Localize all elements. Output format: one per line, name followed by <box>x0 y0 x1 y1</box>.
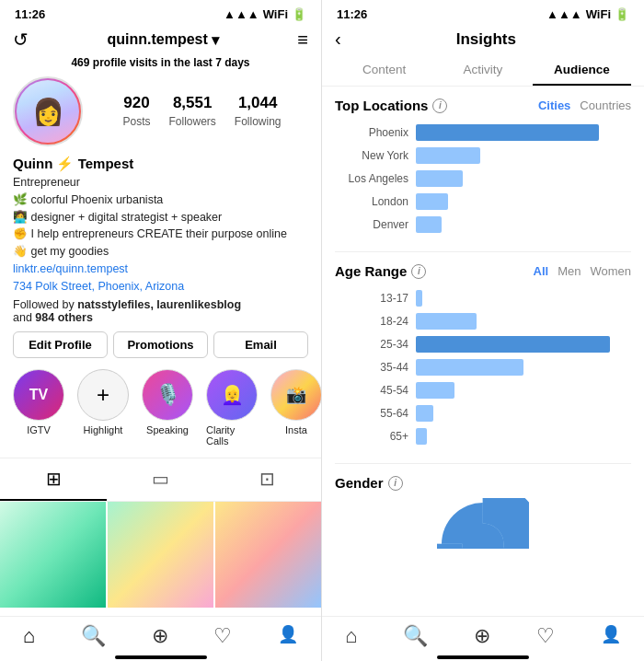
nav-add-icon[interactable]: ⊕ <box>152 624 168 648</box>
time-right: 11:26 <box>337 7 367 21</box>
avatar[interactable]: 👩 <box>13 76 83 146</box>
tab-activity[interactable]: Activity <box>433 55 532 86</box>
nav-search-right-icon[interactable]: 🔍 <box>403 624 428 648</box>
time-left: 11:26 <box>15 7 45 21</box>
highlights-row: TV IGTV + Highlight 🎙️ Speaking 👱‍♀️ Cla… <box>0 369 321 458</box>
nav-heart-right-icon[interactable]: ♡ <box>536 624 555 648</box>
tab-grid[interactable]: ⊞ <box>0 458 107 501</box>
profile-section: 👩 920 Posts 8,551 Followers 1,044 Follow… <box>0 76 321 156</box>
back-button[interactable]: ‹ <box>335 29 341 50</box>
top-locations-title: Top Locations i <box>335 98 447 113</box>
nav-profile-icon[interactable]: 👤 <box>278 624 298 648</box>
bar-london: London <box>335 193 631 210</box>
edit-profile-button[interactable]: Edit Profile <box>13 331 108 358</box>
profile-address[interactable]: 734 Polk Street, Phoenix, Arizona <box>13 280 184 293</box>
highlight-insta[interactable]: 📸 Insta <box>270 369 321 446</box>
divider-1 <box>335 251 631 252</box>
insights-tabs: Content Activity Audience <box>322 55 644 87</box>
tab-audience[interactable]: Audience <box>533 55 631 86</box>
age-range-header: Age Range i All Men Women <box>335 263 631 279</box>
right-panel: 11:26 ▲▲▲ WiFi 🔋 ‹ Insights Content Acti… <box>322 0 644 661</box>
signal-icon: ▲▲▲ <box>224 7 259 21</box>
battery-icon-right: 🔋 <box>615 7 629 21</box>
battery-icon: 🔋 <box>292 7 306 21</box>
stat-followers[interactable]: 8,551 Followers <box>168 94 215 129</box>
history-icon[interactable]: ↺ <box>13 29 29 51</box>
age-filters: All Men Women <box>534 264 631 278</box>
age-bar-chart: 13-17 18-24 25-34 35-44 <box>335 290 631 445</box>
wifi-icon: WiFi <box>263 7 288 21</box>
email-button[interactable]: Email <box>213 331 308 358</box>
gender-chart <box>335 498 631 549</box>
status-icons-left: ▲▲▲ WiFi 🔋 <box>224 7 306 21</box>
highlight-new[interactable]: + Highlight <box>77 369 129 446</box>
dropdown-icon: ▾ <box>212 31 219 49</box>
age-range-title: Age Range i <box>335 263 426 279</box>
status-icons-right: ▲▲▲ WiFi 🔋 <box>546 7 629 21</box>
nav-home-icon[interactable]: ⌂ <box>23 624 35 648</box>
wifi-icon-right: WiFi <box>586 7 611 21</box>
status-bar-left: 11:26 ▲▲▲ WiFi 🔋 <box>0 0 321 25</box>
tab-reels[interactable]: ▭ <box>107 458 213 501</box>
followed-by: Followed by natsstylefiles, laurenlikesb… <box>0 295 321 331</box>
menu-icon[interactable]: ≡ <box>297 29 308 51</box>
locations-filters: Cities Countries <box>538 99 631 112</box>
highlight-speaking[interactable]: 🎙️ Speaking <box>142 369 193 446</box>
action-buttons: Edit Profile Promotions Email <box>0 331 321 369</box>
stat-posts[interactable]: 920 Posts <box>122 94 150 129</box>
top-locations-header: Top Locations i Cities Countries <box>335 98 631 113</box>
filter-women[interactable]: Women <box>590 264 631 278</box>
username-header[interactable]: quinn.tempest ▾ <box>107 31 218 49</box>
nav-add-right-icon[interactable]: ⊕ <box>474 624 490 648</box>
insights-header: ‹ Insights <box>322 25 644 55</box>
home-indicator-right <box>437 655 529 659</box>
bar-25-34: 25-34 <box>335 336 631 353</box>
stats-row: 920 Posts 8,551 Followers 1,044 Followin… <box>96 94 308 129</box>
bar-55-64: 55-64 <box>335 405 631 422</box>
signal-icon-right: ▲▲▲ <box>546 7 582 21</box>
profile-visits: 469 profile visits in the last 7 days <box>0 56 321 76</box>
bar-18-24: 18-24 <box>335 313 631 330</box>
bottom-nav-right: ⌂ 🔍 ⊕ ♡ 👤 <box>322 616 644 652</box>
info-icon-age[interactable]: i <box>411 264 426 279</box>
nav-home-right-icon[interactable]: ⌂ <box>345 624 357 648</box>
gender-title: Gender i <box>335 475 631 491</box>
bar-denver: Denver <box>335 216 631 233</box>
nav-profile-right-icon[interactable]: 👤 <box>601 624 621 648</box>
stat-following[interactable]: 1,044 Following <box>235 94 282 129</box>
ig-header: ↺ quinn.tempest ▾ ≡ <box>0 25 321 56</box>
insights-content: Top Locations i Cities Countries Phoenix… <box>322 87 644 616</box>
gender-pie-svg <box>437 498 529 549</box>
locations-bar-chart: Phoenix New York Los Angeles London <box>335 124 631 233</box>
info-icon-gender[interactable]: i <box>388 476 403 491</box>
bottom-nav-left: ⌂ 🔍 ⊕ ♡ 👤 <box>0 616 321 652</box>
nav-heart-icon[interactable]: ♡ <box>213 624 232 648</box>
profile-bio: Entrepreneur 🌿 colorful Phoenix urbanist… <box>0 174 321 295</box>
bar-phoenix: Phoenix <box>335 124 631 141</box>
profile-name: Quinn ⚡ Tempest <box>0 156 321 174</box>
nav-search-icon[interactable]: 🔍 <box>81 624 106 648</box>
status-bar-right: 11:26 ▲▲▲ WiFi 🔋 <box>322 0 644 25</box>
home-indicator-left <box>115 655 207 659</box>
bar-35-44: 35-44 <box>335 359 631 376</box>
filter-men[interactable]: Men <box>558 264 581 278</box>
bar-13-17: 13-17 <box>335 290 631 307</box>
filter-cities[interactable]: Cities <box>538 99 570 112</box>
filter-countries[interactable]: Countries <box>580 99 631 112</box>
insights-title: Insights <box>341 30 631 49</box>
bar-65plus: 65+ <box>335 428 631 445</box>
bar-losangeles: Los Angeles <box>335 170 631 187</box>
post-thumb-3[interactable] <box>215 502 321 608</box>
left-panel: 11:26 ▲▲▲ WiFi 🔋 ↺ quinn.tempest ▾ ≡ 469… <box>0 0 322 661</box>
highlight-calls[interactable]: 👱‍♀️ Clarity Calls <box>206 369 258 446</box>
tab-content[interactable]: Content <box>335 55 433 86</box>
profile-link[interactable]: linktr.ee/quinn.tempest <box>13 262 128 275</box>
highlight-igtv[interactable]: TV IGTV <box>13 369 64 446</box>
filter-all[interactable]: All <box>534 264 549 278</box>
tab-tagged[interactable]: ⊡ <box>214 458 321 501</box>
promotions-button[interactable]: Promotions <box>113 331 208 358</box>
post-thumb-2[interactable] <box>108 502 213 608</box>
post-thumb-1[interactable] <box>0 502 106 608</box>
bar-newyork: New York <box>335 147 631 164</box>
info-icon-locations[interactable]: i <box>432 99 447 113</box>
